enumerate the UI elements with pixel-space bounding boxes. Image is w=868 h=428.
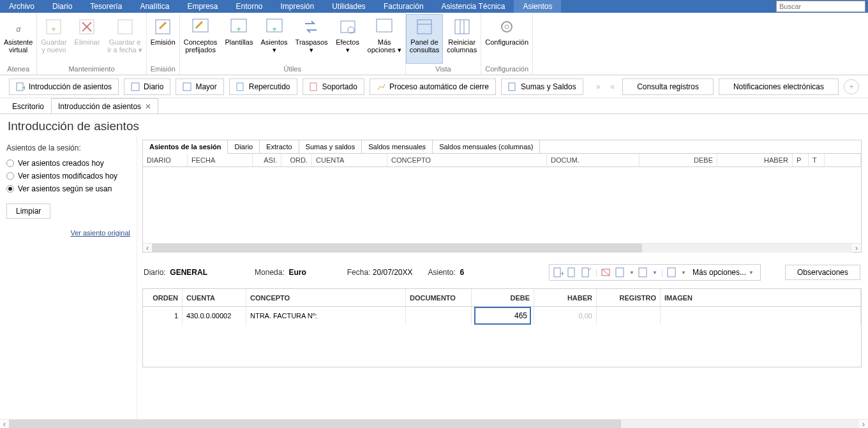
doc-save-icon[interactable] xyxy=(567,267,578,277)
row-del-icon[interactable] xyxy=(601,267,611,277)
col-haber[interactable]: HABER xyxy=(717,154,793,166)
menu-analitica[interactable]: Analítica xyxy=(131,0,178,13)
mas-opciones-toolbar[interactable]: Más opciones...▼ xyxy=(690,268,756,277)
col-docum[interactable]: DOCUM. xyxy=(547,154,640,166)
panel-consultas-button[interactable]: Panel deconsultas xyxy=(406,14,443,64)
traspasos-button[interactable]: Traspasos▾ xyxy=(292,14,332,64)
eliminar-button[interactable]: Eliminar xyxy=(71,14,104,64)
table-row[interactable]: 1 430.0.0.00002 NTRA. FACTURA Nº: 0,00 xyxy=(143,307,861,325)
qa-prev-icon[interactable]: « xyxy=(608,82,618,91)
col-diario[interactable]: DIARIO xyxy=(143,154,188,166)
scroll-track[interactable] xyxy=(137,420,859,429)
col-concepto[interactable]: CONCEPTO xyxy=(387,154,547,166)
conceptos-button[interactable]: Conceptosprefijados xyxy=(180,14,221,64)
qa-consulta-registros[interactable]: Consulta registros xyxy=(622,78,714,95)
radio-segun-usan[interactable]: Ver asientos según se usan xyxy=(6,184,130,193)
ver-asiento-original-link[interactable]: Ver asiento original xyxy=(6,229,130,237)
scroll-right-icon[interactable]: › xyxy=(859,420,868,429)
tool-c-icon[interactable] xyxy=(667,267,677,277)
scroll-track[interactable] xyxy=(152,244,852,253)
subtab-diario[interactable]: Diario xyxy=(228,140,260,154)
cell-registro[interactable] xyxy=(597,307,661,325)
qa-add-button[interactable]: + xyxy=(844,79,859,94)
qa-sumas-saldos[interactable]: Sumas y Saldos xyxy=(501,78,583,95)
doc-add-icon[interactable]: + xyxy=(553,267,564,277)
col-cuenta[interactable]: CUENTA xyxy=(312,154,387,166)
plantillas-button[interactable]: +Plantillas xyxy=(221,14,257,64)
col-documento[interactable]: DOCUMENTO xyxy=(406,289,472,307)
close-icon[interactable]: ✕ xyxy=(145,102,151,111)
qa-next-icon[interactable]: » xyxy=(594,82,603,91)
col-haber2[interactable]: HABER xyxy=(534,289,597,307)
efectos-button[interactable]: Efectos▾ xyxy=(332,14,364,64)
qa-diario[interactable]: Diario xyxy=(124,78,170,95)
col-cuenta2[interactable]: CUENTA xyxy=(183,289,246,307)
qa-soportado[interactable]: Soportado xyxy=(303,78,364,95)
configuracion-button[interactable]: Configuración xyxy=(481,14,532,64)
menu-tesoreria[interactable]: Tesorería xyxy=(81,0,131,13)
qa-notificaciones[interactable]: Notificaciones electrónicas xyxy=(719,78,839,95)
radio-modificados-hoy[interactable]: Ver asientos modificados hoy xyxy=(6,172,130,181)
tool-b-icon[interactable] xyxy=(638,267,648,277)
doc-del-icon[interactable] xyxy=(581,267,592,277)
asistente-virtual-button[interactable]: α Asistente virtual xyxy=(0,14,36,64)
cell-concepto[interactable]: NTRA. FACTURA Nº: xyxy=(246,307,406,325)
col-fecha[interactable]: FECHA xyxy=(188,154,253,166)
limpiar-button[interactable]: Limpiar xyxy=(6,203,50,219)
cell-documento[interactable] xyxy=(406,307,472,325)
menu-diario[interactable]: Diario xyxy=(43,0,81,13)
mas-opciones-button[interactable]: Másopciones ▾ xyxy=(364,14,405,64)
col-orden[interactable]: ORDEN xyxy=(143,289,183,307)
search-input[interactable] xyxy=(777,1,865,11)
scroll-thumb[interactable] xyxy=(152,244,642,253)
col-debe[interactable]: DEBE xyxy=(640,154,717,166)
guardar-fecha-button[interactable]: Guardar eir a fecha ▾ xyxy=(103,14,146,64)
dropdown-icon[interactable]: ▼ xyxy=(629,270,634,276)
col-debe2[interactable]: DEBE xyxy=(472,289,534,307)
menu-entorno[interactable]: Entorno xyxy=(227,0,271,13)
radio-creados-hoy[interactable]: Ver asientos creados hoy xyxy=(6,159,130,168)
col-t[interactable]: T xyxy=(809,154,825,166)
qa-proceso-cierre[interactable]: Proceso automático de cierre xyxy=(370,78,496,95)
hscrollbar[interactable]: ‹› xyxy=(143,243,861,252)
menu-archivo[interactable]: Archivo xyxy=(0,0,43,13)
cell-cuenta[interactable]: 430.0.0.00002 xyxy=(183,307,246,325)
menu-impresion[interactable]: Impresión xyxy=(271,0,323,13)
subtab-sesion[interactable]: Asientos de la sesión xyxy=(143,140,228,154)
col-imagen[interactable]: IMAGEN xyxy=(661,289,861,307)
subtab-saldos-col[interactable]: Saldos mensuales (columnas) xyxy=(433,140,540,154)
asientos-button[interactable]: +Asientos▾ xyxy=(257,14,291,64)
scroll-left-icon[interactable]: ‹ xyxy=(143,244,152,253)
menu-facturacion[interactable]: Facturación xyxy=(375,0,433,13)
col-registro[interactable]: REGISTRO xyxy=(597,289,661,307)
reiniciar-columnas-button[interactable]: Reiniciarcolumnas xyxy=(443,14,481,64)
qa-mayor[interactable]: Mayor xyxy=(176,78,223,95)
cell-imagen[interactable] xyxy=(661,307,861,325)
qa-repercutido[interactable]: Repercutido xyxy=(229,78,297,95)
col-p[interactable]: P xyxy=(793,154,809,166)
observaciones-button[interactable]: Observaciones xyxy=(785,265,860,280)
tab-escritorio[interactable]: Escritorio xyxy=(5,98,51,114)
menu-utilidades[interactable]: Utilidades xyxy=(323,0,375,13)
hscrollbar2[interactable]: ‹› xyxy=(137,419,868,428)
qa-introduccion[interactable]: +Introducción de asientos xyxy=(9,78,119,95)
scroll-thumb[interactable] xyxy=(137,420,621,429)
scroll-right-icon[interactable]: › xyxy=(852,244,861,253)
menu-asistencia[interactable]: Asistencia Técnica xyxy=(433,0,514,13)
col-asi[interactable]: ASI. xyxy=(253,154,281,166)
cell-haber[interactable]: 0,00 xyxy=(534,307,597,325)
cell-debe[interactable] xyxy=(472,307,534,325)
tab-introduccion[interactable]: Introducción de asientos✕ xyxy=(51,98,158,114)
subtab-extracto[interactable]: Extracto xyxy=(260,140,299,154)
col-concepto2[interactable]: CONCEPTO xyxy=(246,289,406,307)
tool-a-icon[interactable] xyxy=(615,267,625,277)
dropdown-icon[interactable]: ▼ xyxy=(681,270,686,276)
subtab-saldos-m[interactable]: Saldos mensuales xyxy=(362,140,433,154)
menu-asientos[interactable]: Asientos xyxy=(514,0,561,13)
col-ord[interactable]: ORD. xyxy=(281,154,312,166)
emision-button[interactable]: Emisión xyxy=(147,14,179,64)
debe-input[interactable] xyxy=(475,308,530,323)
dropdown-icon[interactable]: ▼ xyxy=(652,270,657,276)
cell-orden[interactable]: 1 xyxy=(143,307,183,325)
subtab-sumas[interactable]: Sumas y saldos xyxy=(299,140,363,154)
